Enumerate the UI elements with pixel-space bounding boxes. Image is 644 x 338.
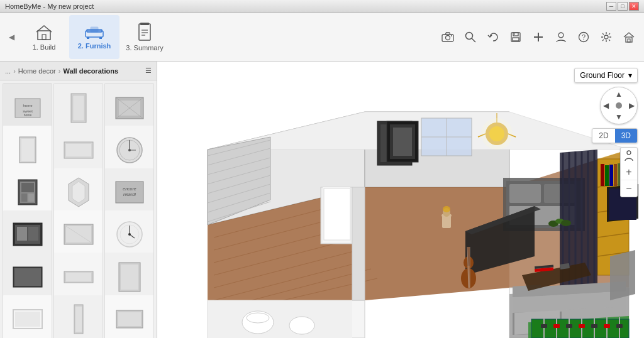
list-item[interactable]: encoreretard! [104,168,154,217]
breadcrumb-dots[interactable]: ... [5,67,11,75]
svg-rect-118 [442,215,451,228]
svg-rect-183 [616,324,623,328]
svg-rect-114 [509,184,541,203]
tab-furnish[interactable]: 2. Furnish [69,15,119,59]
svg-rect-5 [99,37,102,39]
floor-plan-scene [157,62,644,338]
svg-rect-40 [21,139,34,161]
svg-rect-60 [17,227,27,241]
view-3d-button[interactable]: 3D [615,129,637,143]
svg-point-14 [451,35,452,36]
list-item[interactable] [104,210,154,259]
list-item[interactable] [104,295,154,338]
breadcrumb-wall-decorations[interactable]: Wall decorations [63,67,118,75]
viewport-controls: Ground Floor ▾ ▲ ▼ ◀ ▶ 2D 3D [574,68,638,197]
svg-rect-18 [513,33,518,36]
list-item[interactable] [3,252,52,302]
svg-text:?: ? [582,33,586,41]
svg-point-47 [128,149,131,151]
breadcrumb: ... › Home decor › Wall decorations ☰ [0,62,157,80]
furnish-icon [84,25,104,40]
svg-rect-4 [87,37,89,39]
svg-rect-42 [66,144,91,156]
person-icon-btn[interactable] [552,28,570,46]
svg-rect-28 [628,39,630,42]
camera-icon-btn[interactable] [439,28,457,46]
floor-selector[interactable]: Ground Floor ▾ [574,68,638,83]
svg-text:retard!: retard! [123,192,135,197]
svg-point-23 [558,33,564,38]
viewport[interactable]: Ground Floor ▾ ▲ ▼ ◀ ▶ 2D 3D [157,62,644,338]
svg-point-193 [247,313,269,323]
list-item[interactable] [53,125,103,175]
list-item[interactable] [53,295,103,338]
maximize-button[interactable]: □ [618,2,628,11]
breadcrumb-sep-1: › [13,67,16,75]
list-item[interactable] [53,210,103,259]
svg-marker-187 [352,187,365,300]
list-item[interactable] [53,83,103,133]
view-toggle: 2D 3D [592,128,638,143]
zoom-out-button[interactable]: − [621,180,637,197]
svg-rect-197 [393,128,412,156]
svg-rect-181 [591,324,597,328]
list-item[interactable] [104,125,154,175]
person-view-icon[interactable] [621,148,637,164]
svg-rect-61 [28,227,38,241]
zoom-controls: + − [620,147,638,197]
list-item[interactable]: homesweethome [3,83,52,133]
tab-build[interactable]: 1. Build [19,15,69,59]
breadcrumb-sep-2: › [58,67,61,75]
svg-point-149 [561,220,571,226]
list-item[interactable] [53,252,103,302]
close-button[interactable]: ✕ [629,2,639,11]
add-icon-btn[interactable] [530,28,547,46]
minimize-button[interactable]: ─ [606,2,616,11]
list-item[interactable] [104,83,154,133]
undo-icon-btn[interactable] [484,28,502,46]
svg-rect-34 [73,95,84,121]
breadcrumb-home-decor[interactable]: Home decor [18,67,56,75]
toolbar: ◀ 1. Build 2. Furnish 3. Summary [0,13,644,62]
list-item[interactable] [3,168,52,217]
svg-rect-186 [324,188,350,240]
nav-arrows: ▲ ▼ ◀ ▶ [601,87,637,124]
svg-point-13 [446,35,450,40]
list-item[interactable] [53,168,103,217]
svg-rect-79 [75,307,82,332]
svg-rect-178 [553,324,560,328]
list-view-icon[interactable]: ☰ [145,67,152,75]
svg-text:home: home [23,113,31,117]
svg-rect-182 [604,324,610,328]
help-icon-btn[interactable]: ? [575,28,592,46]
save-icon-btn[interactable] [507,28,525,46]
zoom-in-button[interactable]: + [621,164,637,180]
svg-point-69 [128,233,131,236]
title-bar-controls: ─ □ ✕ [606,2,639,11]
collapse-panel-button[interactable]: ◀ [6,18,16,56]
svg-text:encore: encore [123,187,136,191]
svg-line-16 [472,38,475,42]
svg-rect-73 [66,273,91,281]
list-item[interactable] [104,252,154,302]
furnish-tab-label: 2. Furnish [78,42,111,50]
nav-right-button[interactable]: ▶ [629,101,635,110]
settings-icon-btn[interactable] [597,28,615,46]
nav-down-button[interactable]: ▼ [615,112,623,121]
svg-rect-52 [28,194,34,202]
nav-up-button[interactable]: ▲ [615,90,623,99]
list-item[interactable] [3,125,52,175]
tab-summary[interactable]: 3. Summary [119,15,170,59]
view-2d-button[interactable]: 2D [592,129,614,143]
svg-rect-27 [626,37,632,42]
home-icon-btn[interactable] [620,28,638,46]
list-item[interactable] [3,210,52,259]
svg-rect-71 [14,268,41,286]
nav-center [616,102,622,109]
svg-rect-179 [566,324,572,328]
toolbar-right: ? [439,28,638,46]
nav-pad: ▲ ▼ ◀ ▶ [600,87,638,124]
list-item[interactable] [3,295,52,338]
nav-left-button[interactable]: ◀ [603,101,609,110]
search-icon-btn[interactable] [462,28,479,46]
